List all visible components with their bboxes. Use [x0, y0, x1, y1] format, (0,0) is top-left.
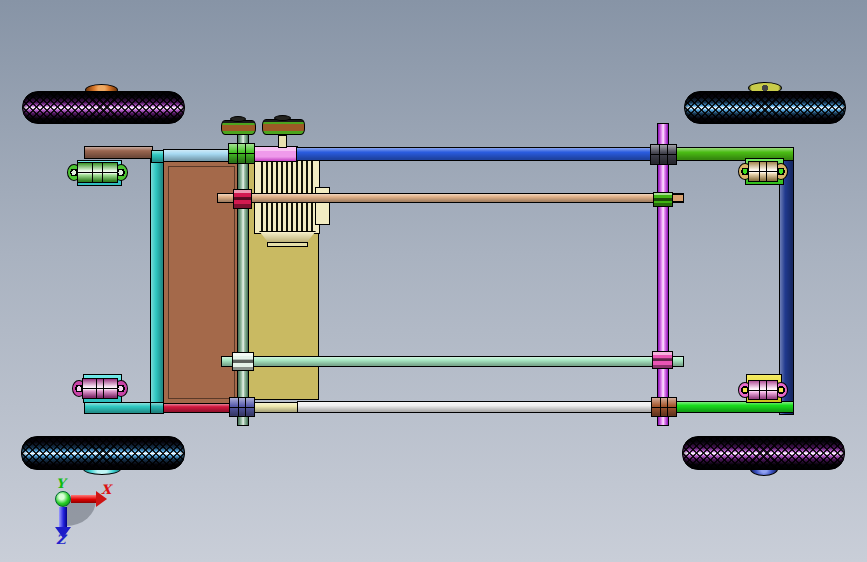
top-rail-brown — [84, 146, 153, 159]
pillow-bearing-top-right — [738, 161, 788, 182]
shaft-clamp-green — [228, 143, 255, 164]
axis-z-label: Z — [56, 533, 66, 546]
bottom-rail-cyan — [84, 402, 151, 414]
bearing-core — [82, 378, 118, 399]
axle-coupling-copper — [651, 397, 677, 417]
bottom-rail-white — [297, 401, 653, 413]
motor-pulley-stem — [278, 135, 287, 148]
cross-bar-lightgreen — [221, 356, 684, 367]
bearing-core — [748, 161, 778, 182]
axis-y-label: Y — [56, 477, 65, 490]
axis-origin-ball — [55, 491, 71, 507]
axis-shadow — [66, 500, 96, 526]
bottom-rail-corner-cyan — [150, 402, 164, 414]
top-rail-lightblue — [163, 149, 230, 162]
axis-z-arrow — [59, 507, 67, 528]
frame-rail-left-cyan — [150, 151, 164, 414]
tire-bottom-right — [682, 436, 845, 470]
drive-shaft-left — [237, 133, 249, 426]
top-rail-blue — [296, 147, 653, 161]
tire-top-left — [22, 91, 185, 124]
cad-viewport[interactable]: Y X Z — [0, 0, 867, 562]
axle-shaft-right — [657, 123, 669, 426]
pillow-bearing-bottom-left — [72, 378, 128, 399]
drive-pulley-cap — [230, 116, 246, 122]
pillow-bearing-bottom-right — [738, 380, 788, 400]
axle-coupling-black — [650, 144, 677, 165]
motor-pulley — [262, 119, 305, 135]
bottom-rail-crimson — [163, 403, 232, 413]
cross-bar-tan — [217, 193, 684, 203]
axle-collar-green — [653, 192, 673, 207]
pillow-bearing-top-left — [67, 162, 128, 183]
axis-x-arrow — [71, 495, 96, 503]
axle-collar-pink — [652, 351, 673, 369]
motor-top-cap — [252, 146, 298, 162]
motor-foot — [267, 242, 308, 247]
tire-top-right — [684, 91, 846, 124]
shaft-coupling-slate — [229, 397, 255, 417]
drive-pulley — [221, 120, 256, 135]
bearing-core — [77, 162, 118, 183]
bearing-core — [748, 380, 778, 400]
tire-bottom-left — [21, 436, 185, 470]
shaft-flange-white — [232, 352, 254, 371]
bottom-rail-pale-yellow — [252, 402, 298, 413]
axis-x-label: X — [101, 483, 111, 496]
shaft-collar-crimson — [233, 189, 252, 209]
motor-pulley-cap — [274, 115, 291, 121]
